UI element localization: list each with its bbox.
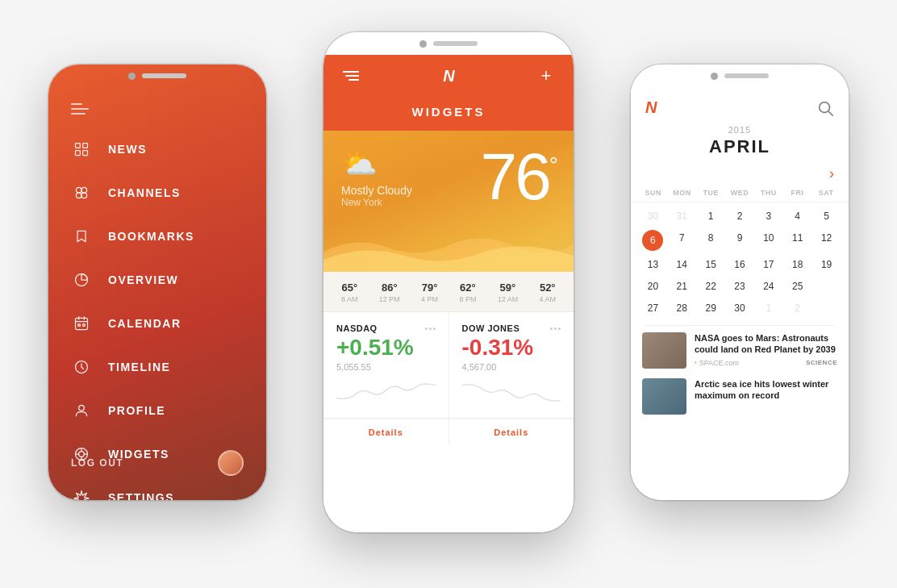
bookmark-icon [71,226,92,247]
sidebar-item-calendar[interactable]: CALENDAR [48,302,266,345]
cal-day-11[interactable]: 11 [783,227,811,253]
circles-icon [71,182,92,203]
svg-rect-13 [78,324,81,327]
search-icon[interactable] [816,99,834,117]
cal-day-21[interactable]: 21 [668,276,696,297]
cal-logo: N [645,98,656,117]
cal-day-2[interactable]: 2 [726,206,754,227]
nasdaq-header: NASDAQ [336,323,436,333]
calendar-label: CALENDAR [108,317,181,330]
sidebar-item-profile[interactable]: PROFILE [48,389,266,432]
wd-thu: THU [754,189,783,202]
time-8am: 8 AM [341,295,358,303]
cal-day-3[interactable]: 3 [754,206,782,227]
dowjones-sparkline [462,378,561,407]
svg-point-6 [76,193,81,198]
cal-day-23[interactable]: 23 [726,276,754,297]
wd-mon: MON [668,189,697,202]
cal-day-15[interactable]: 15 [697,254,725,275]
cal-day-6-today[interactable]: 6 [642,230,663,251]
nasdaq-value: 5,055.55 [336,362,436,372]
sidebar-item-channels[interactable]: CHANNELS [48,171,266,215]
sidebar-item-settings[interactable]: SETTINGS [48,476,266,500]
news-thumb-1 [642,332,686,369]
time-4pm: 4 PM [421,295,438,303]
grid-icon [71,139,92,160]
cal-day-24[interactable]: 24 [754,276,782,297]
next-month-arrow[interactable]: › [829,165,834,182]
calendar-screen: N 2015 APRIL › SUN MON TUE WED THU FRI S… [631,65,849,500]
weather-wave-svg [323,227,574,272]
cal-day-22[interactable]: 22 [697,276,725,297]
svg-rect-14 [83,324,86,327]
cal-day-1next[interactable]: 1 [754,298,782,319]
cal-day-30[interactable]: 30 [726,298,754,319]
cal-day-18[interactable]: 18 [783,254,811,275]
wd-fri: FRI [783,189,812,202]
dowjones-menu[interactable] [550,327,561,330]
sidebar-item-overview[interactable]: OVERVIEW [48,258,266,302]
cal-day-2next[interactable]: 2 [783,298,811,319]
sidebar-item-timeline[interactable]: TIMELINE [48,345,266,389]
menu-icon[interactable] [341,66,361,85]
plus-icon[interactable]: + [536,66,556,85]
widgets-title: WIDGETS [412,105,486,119]
svg-point-5 [81,187,87,193]
cal-day-19[interactable]: 19 [812,254,841,275]
bookmarks-label: BOOKMARKS [108,230,194,243]
cal-day-8[interactable]: 8 [697,227,725,253]
time-12am: 12 AM [498,295,519,303]
cal-day-28[interactable]: 28 [668,298,696,319]
svg-point-4 [76,187,81,193]
dowjones-details-btn[interactable]: Details [449,419,574,445]
news-meta-1: › SPACE.com SCIENCE [695,359,837,367]
calendar-nav: › [631,165,849,189]
sidebar-item-bookmarks[interactable]: BOOKMARKS [48,215,266,258]
cal-day-30prev[interactable]: 30 [639,206,667,227]
dowjones-name: DOW JONES [462,323,520,333]
cal-day-29[interactable]: 29 [697,298,725,319]
cal-day-10[interactable]: 10 [754,227,782,253]
cal-day-1[interactable]: 1 [697,206,725,227]
cal-day-5[interactable]: 5 [812,206,841,227]
phone-center: N + WIDGETS ⛅ Mostly Cloudy New York 76° [323,32,574,532]
camera [128,73,136,80]
wd-tue: TUE [696,189,725,202]
cal-day-14[interactable]: 14 [668,254,696,275]
hourly-4am: 52° 4 AM [539,281,556,303]
logout-button[interactable]: LOG OUT [71,457,123,469]
cal-day-12[interactable]: 12 [812,227,841,253]
hamburger-icon[interactable] [71,103,89,115]
cal-day-7[interactable]: 7 [668,227,696,253]
cal-day-17[interactable]: 17 [754,254,782,275]
right-top-bar [631,65,849,87]
dowjones-header: DOW JONES [462,323,561,333]
svg-point-16 [79,405,85,411]
news-headline-2: Arctic sea ice hits lowest winter maximu… [695,378,837,402]
phone-top-bar [48,65,266,87]
cal-day-31prev[interactable]: 31 [668,206,696,227]
news-item-1: NASA goes to Mars: Astronauts could land… [642,332,837,369]
cal-day-25[interactable]: 25 [783,276,811,297]
sidebar-item-news[interactable]: NEWS [48,127,266,171]
right-camera [711,73,718,80]
cal-day-9[interactable]: 9 [726,227,754,253]
right-speaker [724,73,769,78]
weather-location: New York [341,197,412,208]
phones-container: NEWS CHANNELS BOOKMARKS [0,0,897,588]
cal-day-20[interactable]: 20 [639,276,667,297]
calendar-grid: 30 31 1 2 3 4 5 6 7 8 9 10 11 12 13 14 1… [631,206,849,319]
avatar[interactable] [218,450,244,476]
channels-label: CHANNELS [108,186,181,199]
hourly-4pm: 79° 4 PM [421,281,438,303]
widgets-screen: N + WIDGETS ⛅ Mostly Cloudy New York 76° [323,32,574,532]
hourly-forecast: 65° 8 AM 86° 12 PM 79° 4 PM 62° 8 PM 59° [323,272,574,312]
cal-day-13[interactable]: 13 [639,254,667,275]
temp-12am: 59° [498,281,519,294]
nasdaq-details-btn[interactable]: Details [323,419,449,445]
cal-day-4[interactable]: 4 [783,206,811,227]
nasdaq-menu[interactable] [425,327,436,330]
cal-day-27[interactable]: 27 [639,298,667,319]
cal-day-16[interactable]: 16 [726,254,754,275]
settings-icon [71,487,92,500]
